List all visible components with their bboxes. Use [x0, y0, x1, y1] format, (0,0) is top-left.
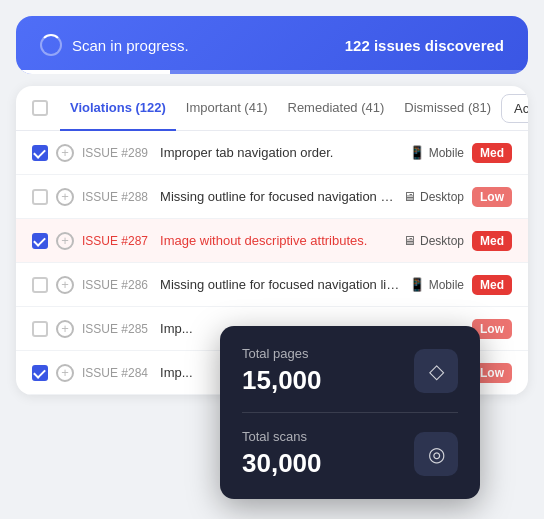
total-scans-label: Total scans	[242, 429, 322, 444]
issue-checkbox[interactable]	[32, 277, 48, 293]
mobile-icon: 📱	[409, 145, 425, 160]
issue-text: Missing outline for focused navigation l…	[160, 189, 395, 204]
device-label: Mobile	[429, 278, 464, 292]
tab-dismissed[interactable]: Dismissed (81)	[394, 86, 501, 131]
tooltip-divider	[242, 412, 458, 413]
scan-banner: Scan in progress. 122 issues discovered	[16, 16, 528, 74]
tab-violations[interactable]: Violations (122)	[60, 86, 176, 131]
issue-checkbox[interactable]	[32, 365, 48, 381]
scan-progress-bar	[16, 70, 528, 74]
severity-badge: Low	[472, 187, 512, 207]
actions-label: Actions	[514, 101, 528, 116]
severity-badge: Med	[472, 143, 512, 163]
mobile-icon: 📱	[409, 277, 425, 292]
tooltip-scans-info: Total scans 30,000	[242, 429, 322, 479]
expand-issue-icon[interactable]	[56, 188, 74, 206]
scan-banner-left: Scan in progress.	[40, 34, 189, 56]
issue-number: ISSUE #286	[82, 278, 148, 292]
issue-number: ISSUE #285	[82, 322, 148, 336]
total-pages-value: 15,000	[242, 365, 322, 396]
issue-text: Image without descriptive attributes.	[160, 233, 395, 248]
issue-number: ISSUE #287	[82, 234, 148, 248]
total-pages-label: Total pages	[242, 346, 322, 361]
issue-number: ISSUE #288	[82, 190, 148, 204]
tab-important[interactable]: Important (41)	[176, 86, 278, 131]
tooltip-scans-section: Total scans 30,000 ◎	[242, 429, 458, 479]
issue-number: ISSUE #284	[82, 366, 148, 380]
select-all-checkbox[interactable]	[32, 100, 48, 116]
expand-issue-icon[interactable]	[56, 276, 74, 294]
desktop-icon: 🖥	[403, 233, 416, 248]
expand-issue-icon[interactable]	[56, 364, 74, 382]
tabs-row: Violations (122) Important (41) Remediat…	[16, 86, 528, 131]
device-badge: 🖥Desktop	[403, 233, 464, 248]
expand-issue-icon[interactable]	[56, 144, 74, 162]
tooltip-pages-section: Total pages 15,000 ◇	[242, 346, 458, 396]
device-label: Mobile	[429, 146, 464, 160]
scans-icon: ◎	[428, 442, 445, 466]
issue-number: ISSUE #289	[82, 146, 148, 160]
actions-button[interactable]: Actions ▾	[501, 94, 528, 123]
issue-checkbox[interactable]	[32, 321, 48, 337]
table-row: ISSUE #289Improper tab navigation order.…	[16, 131, 528, 175]
issue-checkbox[interactable]	[32, 145, 48, 161]
device-badge: 🖥Desktop	[403, 189, 464, 204]
tab-remediated[interactable]: Remediated (41)	[278, 86, 395, 131]
severity-badge: Med	[472, 275, 512, 295]
tooltip-pages-info: Total pages 15,000	[242, 346, 322, 396]
scan-spinner-icon	[40, 34, 62, 56]
expand-issue-icon[interactable]	[56, 320, 74, 338]
device-label: Desktop	[420, 234, 464, 248]
issue-checkbox[interactable]	[32, 233, 48, 249]
scan-issues-count: 122 issues discovered	[345, 37, 504, 54]
scan-status-text: Scan in progress.	[72, 37, 189, 54]
issue-checkbox[interactable]	[32, 189, 48, 205]
pages-icon-button[interactable]: ◇	[414, 349, 458, 393]
expand-issue-icon[interactable]	[56, 232, 74, 250]
table-row: ISSUE #288Missing outline for focused na…	[16, 175, 528, 219]
issue-text: Missing outline for focused navigation l…	[160, 277, 401, 292]
tooltip-card: Total pages 15,000 ◇ Total scans 30,000 …	[220, 326, 480, 499]
severity-badge: Med	[472, 231, 512, 251]
scan-progress-fill	[16, 70, 170, 74]
scans-icon-button[interactable]: ◎	[414, 432, 458, 476]
total-scans-value: 30,000	[242, 448, 322, 479]
diamond-icon: ◇	[429, 359, 444, 383]
desktop-icon: 🖥	[403, 189, 416, 204]
device-badge: 📱Mobile	[409, 277, 464, 292]
table-row: ISSUE #287Image without descriptive attr…	[16, 219, 528, 263]
table-row: ISSUE #286Missing outline for focused na…	[16, 263, 528, 307]
device-badge: 📱Mobile	[409, 145, 464, 160]
issue-text: Improper tab navigation order.	[160, 145, 401, 160]
device-label: Desktop	[420, 190, 464, 204]
